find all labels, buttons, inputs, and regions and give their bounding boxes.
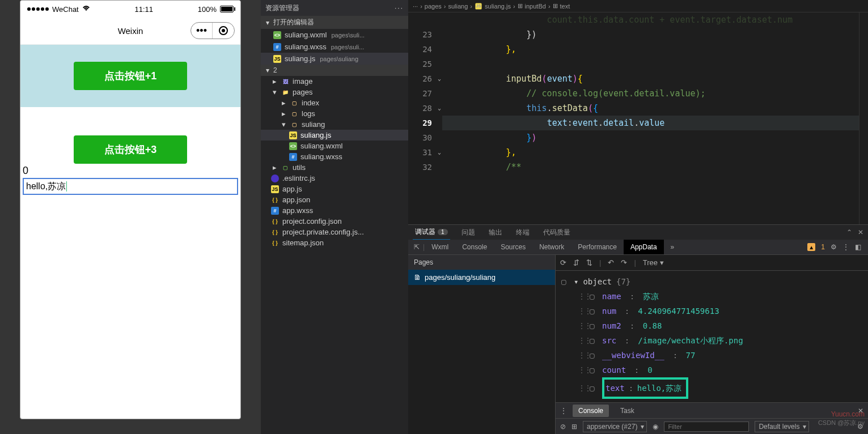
file-app-js[interactable]: JSapp.js xyxy=(261,184,408,194)
close-icon[interactable]: ✕ xyxy=(858,228,863,236)
battery-label: 100% xyxy=(198,5,217,14)
tab-console-drawer[interactable]: Console xyxy=(573,405,609,417)
tab-console[interactable]: Console xyxy=(455,240,494,254)
battery-icon xyxy=(220,6,234,12)
open-editors-header[interactable]: ▾ 打开的编辑器 xyxy=(261,16,408,29)
minimap[interactable] xyxy=(859,12,868,224)
tab-network[interactable]: Network xyxy=(532,240,571,254)
explorer-title: 资源管理器 xyxy=(265,3,299,13)
watermark-top: Yuucn.com xyxy=(831,410,865,418)
button-plus-3[interactable]: 点击按钮+3 xyxy=(74,135,187,164)
file-suliang-wxss[interactable]: #suliang.wxss xyxy=(261,151,408,162)
file-project-private[interactable]: { }project.private.config.js... xyxy=(261,227,408,237)
file-suliang-wxml[interactable]: <>suliang.wxml xyxy=(261,141,408,151)
carrier-label: WeChat xyxy=(52,5,79,14)
appdata-tree[interactable]: ▢▾ object {7} ⋮⋮▢ name：苏凉 ⋮⋮▢ num：4.2409… xyxy=(556,271,868,402)
folder-utils[interactable]: ▸▢utils xyxy=(261,162,408,173)
open-file-js[interactable]: JSsuliang.jspages\suliang xyxy=(261,53,408,65)
console-drawer-tabs: ⋮ Console Task ✕ xyxy=(556,402,868,418)
folder-logs[interactable]: ▸▢logs xyxy=(261,108,408,119)
code-editor[interactable]: 23 24 25 26 27 28 29 30 31 32 ⌄ ⌄ ⌄ coun… xyxy=(408,12,868,224)
sidebar-icon[interactable]: ⊞ xyxy=(571,423,577,431)
breadcrumb[interactable]: ···› pages› suliang› JSsuliang.js› ⊞inpu… xyxy=(408,0,868,12)
capsule-buttons[interactable]: ••• xyxy=(190,22,235,39)
open-file-wxml[interactable]: <>suliang.wxmlpages\suli... xyxy=(261,29,408,41)
menu-icon[interactable]: ⋮ xyxy=(842,243,849,251)
simulator-panel: WeChat 11:11 100% Weixin ••• xyxy=(0,0,261,434)
file-eslintrc[interactable]: .eslintrc.js xyxy=(261,173,408,184)
wifi-icon xyxy=(82,5,90,14)
filter-input[interactable] xyxy=(664,422,749,432)
highlighted-text-entry: text：hello,苏凉 xyxy=(602,377,688,399)
tab-debugger[interactable]: 调试器1 xyxy=(413,225,450,240)
text-input[interactable]: hello,苏凉 xyxy=(23,178,238,195)
tab-more[interactable]: » xyxy=(664,240,681,254)
phone-frame: WeChat 11:11 100% Weixin ••• xyxy=(20,0,241,419)
inspect-icon[interactable]: ⇱ xyxy=(410,243,423,251)
pages-panel: Pages 🗎 pages/suliang/suliang xyxy=(408,255,556,434)
tab-quality[interactable]: 代码质量 xyxy=(541,225,573,240)
appdata-toolbar: ⟳ ⇵ ⇅ | ↶ ↷ | Tree ▾ xyxy=(556,255,868,271)
file-sitemap[interactable]: { }sitemap.json xyxy=(261,237,408,248)
phone-body: 点击按钮+1 点击按钮+3 0 hello,苏凉 xyxy=(20,45,240,195)
count-display: 0 xyxy=(20,164,240,177)
bottom-tabs: 调试器1 问题 输出 终端 代码质量 ⌃ ✕ xyxy=(408,225,868,240)
file-suliang-js[interactable]: JSsuliang.js xyxy=(261,130,408,141)
redo-icon[interactable]: ↷ xyxy=(621,258,627,267)
time-label: 11:11 xyxy=(134,5,153,14)
editor-panel: ···› pages› suliang› JSsuliang.js› ⊞inpu… xyxy=(408,0,868,434)
tab-appdata[interactable]: AppData xyxy=(624,240,664,254)
file-app-wxss[interactable]: #app.wxss xyxy=(261,205,408,216)
refresh-icon[interactable]: ⟳ xyxy=(560,258,566,267)
button-plus-1[interactable]: 点击按钮+1 xyxy=(74,62,187,90)
tab-task[interactable]: Task xyxy=(615,405,640,417)
bottom-panel: 调试器1 问题 输出 终端 代码质量 ⌃ ✕ ⇱ | Wxml Console … xyxy=(408,224,868,434)
menu-icon[interactable]: ••• xyxy=(191,23,213,39)
context-select[interactable]: appservice (#27) xyxy=(583,421,647,432)
pages-header: Pages xyxy=(408,255,555,270)
appdata-panel: ⟳ ⇵ ⇅ | ↶ ↷ | Tree ▾ ▢▾ object {7} ⋮⋮▢ n… xyxy=(556,255,868,434)
watermark-bottom: CSDN @苏凉.py xyxy=(818,419,865,427)
clear-icon[interactable]: ⊘ xyxy=(560,423,566,431)
collapse-icon[interactable]: ⇅ xyxy=(586,258,592,267)
title-bar: Weixin ••• xyxy=(20,18,240,45)
status-bar: WeChat 11:11 100% xyxy=(20,1,240,18)
file-icon: 🗎 xyxy=(414,273,421,282)
tab-terminal[interactable]: 终端 xyxy=(514,225,532,240)
warning-icon[interactable]: ▲ xyxy=(807,243,815,251)
file-app-json[interactable]: { }app.json xyxy=(261,194,408,205)
more-icon[interactable]: ··· xyxy=(395,4,404,12)
tab-output[interactable]: 输出 xyxy=(486,225,505,240)
tab-performance[interactable]: Performance xyxy=(571,240,624,254)
file-project-config[interactable]: { }project.config.json xyxy=(261,216,408,227)
expand-icon[interactable]: ⇵ xyxy=(573,258,579,267)
folder-pages[interactable]: ▾📁pages xyxy=(261,87,408,97)
open-file-wxss[interactable]: #suliang.wxsspages\suli... xyxy=(261,41,408,53)
dock-icon[interactable]: ◧ xyxy=(855,243,861,251)
chevron-down-icon: ▾ xyxy=(264,66,271,74)
page-item[interactable]: 🗎 pages/suliang/suliang xyxy=(408,270,555,285)
chevron-down-icon: ▾ xyxy=(264,19,271,27)
undo-icon[interactable]: ↶ xyxy=(608,258,614,267)
tab-problems[interactable]: 问题 xyxy=(459,225,477,240)
folder-image[interactable]: ▸🖼image xyxy=(261,76,408,87)
project-header[interactable]: ▾ 2 xyxy=(261,65,408,76)
explorer-panel: 资源管理器 ··· ▾ 打开的编辑器 <>suliang.wxmlpages\s… xyxy=(261,0,408,434)
tab-wxml[interactable]: Wxml xyxy=(425,240,455,254)
levels-select[interactable]: Default levels xyxy=(755,421,809,432)
folder-suliang[interactable]: ▾▢suliang xyxy=(261,119,408,130)
chevron-up-icon[interactable]: ⌃ xyxy=(846,228,852,236)
folder-index[interactable]: ▸▢index xyxy=(261,97,408,108)
close-target-icon[interactable] xyxy=(213,23,234,39)
app-title: Weixin xyxy=(118,26,143,36)
tab-sources[interactable]: Sources xyxy=(494,240,532,254)
eye-icon[interactable]: ◉ xyxy=(653,423,658,431)
gear-icon[interactable]: ⚙ xyxy=(831,243,837,251)
line-gutter: 23 24 25 26 27 28 29 30 31 32 ⌄ ⌄ ⌄ xyxy=(408,12,442,224)
devtools-tabs: ⇱ | Wxml Console Sources Network Perform… xyxy=(408,240,868,255)
view-mode[interactable]: Tree ▾ xyxy=(643,258,664,267)
menu-icon[interactable]: ⋮ xyxy=(560,407,567,415)
